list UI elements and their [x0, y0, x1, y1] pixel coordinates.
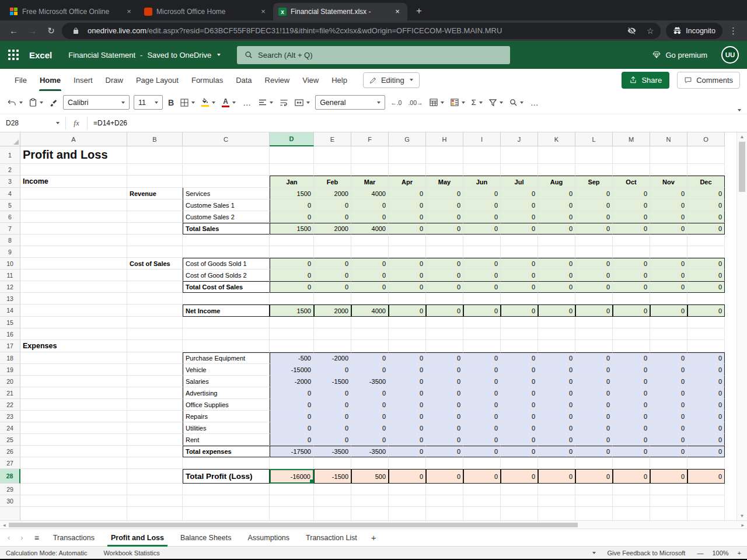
cell-J16[interactable]: [501, 328, 538, 340]
cell-F1[interactable]: [351, 146, 389, 164]
column-header-E[interactable]: E: [314, 132, 351, 146]
cell-B21[interactable]: [127, 387, 183, 399]
cell-A15[interactable]: [20, 317, 127, 328]
cell-N27[interactable]: [650, 457, 687, 469]
cell-B30[interactable]: [127, 495, 183, 507]
cell-F4[interactable]: 4000: [351, 188, 389, 200]
cell-E9[interactable]: [314, 246, 351, 258]
number-format-select[interactable]: General: [315, 95, 385, 110]
cell-J3[interactable]: Jul: [501, 176, 538, 188]
cell-M13[interactable]: [613, 293, 650, 304]
menu-view[interactable]: View: [296, 69, 325, 91]
cell-G22[interactable]: 0: [389, 399, 426, 411]
cell-I1[interactable]: [463, 146, 501, 164]
cell-E11[interactable]: 0: [314, 270, 351, 281]
cell-B31[interactable]: [127, 507, 183, 520]
search-input[interactable]: Search (Alt + Q): [237, 46, 510, 64]
cell-J14[interactable]: 0: [501, 304, 538, 317]
cell-L3[interactable]: Sep: [575, 176, 613, 188]
cell-B6[interactable]: [127, 211, 183, 223]
cell-H17[interactable]: [426, 340, 463, 352]
row-header-20[interactable]: 20: [0, 376, 20, 387]
cell-F26[interactable]: -3500: [351, 446, 389, 457]
cell-C10[interactable]: Cost of Goods Sold 1: [183, 258, 270, 270]
cell-N13[interactable]: [650, 293, 687, 304]
cell-A21[interactable]: [20, 387, 127, 399]
cell-O15[interactable]: [687, 317, 725, 328]
cell-I30[interactable]: [463, 495, 501, 507]
cell-F25[interactable]: 0: [351, 434, 389, 446]
cell-B19[interactable]: [127, 364, 183, 376]
row-header-9[interactable]: 9: [0, 246, 20, 258]
cell-G6[interactable]: 0: [389, 211, 426, 223]
cell-J25[interactable]: 0: [501, 434, 538, 446]
cell-G11[interactable]: 0: [389, 270, 426, 281]
cell-O8[interactable]: [687, 235, 725, 246]
row-header-8[interactable]: 8: [0, 235, 20, 246]
scroll-left-icon[interactable]: ◂: [3, 522, 6, 528]
cell-A31[interactable]: [20, 507, 127, 520]
cell-J7[interactable]: 0: [501, 223, 538, 235]
cell-K3[interactable]: Aug: [538, 176, 575, 188]
cell-F15[interactable]: [351, 317, 389, 328]
editing-mode-button[interactable]: Editing: [363, 72, 420, 88]
cell-H10[interactable]: 0: [426, 258, 463, 270]
cell-I23[interactable]: 0: [463, 411, 501, 422]
sheet-tab-profit-and-loss[interactable]: Profit and Loss: [103, 529, 172, 547]
cell-I5[interactable]: 0: [463, 200, 501, 211]
cell-O30[interactable]: [687, 495, 725, 507]
cell-M2[interactable]: [613, 164, 650, 176]
row-header-3[interactable]: 3: [0, 176, 20, 188]
cell-A7[interactable]: [20, 223, 127, 235]
cell-K15[interactable]: [538, 317, 575, 328]
cell-C1[interactable]: [183, 146, 270, 164]
cell-C21[interactable]: Advertising: [183, 387, 270, 399]
cell-I9[interactable]: [463, 246, 501, 258]
cell-D13[interactable]: [270, 293, 314, 304]
bold-button[interactable]: B: [165, 94, 177, 111]
cell-B29[interactable]: [127, 484, 183, 495]
decrease-decimal-button[interactable]: ←.0: [388, 94, 404, 111]
cell-E2[interactable]: [314, 164, 351, 176]
cell-H25[interactable]: 0: [426, 434, 463, 446]
cell-E29[interactable]: [314, 484, 351, 495]
font-color-select[interactable]: A: [219, 94, 239, 111]
row-header-18[interactable]: 18: [0, 352, 20, 364]
cell-J24[interactable]: 0: [501, 422, 538, 434]
cell-F2[interactable]: [351, 164, 389, 176]
sheet-tab-transaction-list[interactable]: Transaction List: [298, 529, 365, 547]
alignment-select[interactable]: [256, 94, 276, 111]
cell-J13[interactable]: [501, 293, 538, 304]
cell-M19[interactable]: 0: [613, 364, 650, 376]
cell-G15[interactable]: [389, 317, 426, 328]
app-launcher-icon[interactable]: [0, 41, 27, 69]
cell-N4[interactable]: 0: [650, 188, 687, 200]
cell-E13[interactable]: [314, 293, 351, 304]
cell-O21[interactable]: 0: [687, 387, 725, 399]
undo-button[interactable]: [5, 94, 26, 111]
horizontal-scroll-track[interactable]: [9, 522, 739, 528]
cell-L10[interactable]: 0: [575, 258, 613, 270]
cell-G7[interactable]: 0: [389, 223, 426, 235]
row-header-23[interactable]: 23: [0, 411, 20, 422]
cell-A2[interactable]: [20, 164, 127, 176]
cell-A13[interactable]: [20, 293, 127, 304]
cell-H8[interactable]: [426, 235, 463, 246]
cell-D23[interactable]: 0: [270, 411, 314, 422]
cell-M4[interactable]: 0: [613, 188, 650, 200]
cell-J23[interactable]: 0: [501, 411, 538, 422]
cell-L24[interactable]: 0: [575, 422, 613, 434]
cell-L30[interactable]: [575, 495, 613, 507]
saved-status[interactable]: Saved to OneDrive: [147, 51, 211, 60]
cell-M25[interactable]: 0: [613, 434, 650, 446]
row-header-4[interactable]: 4: [0, 188, 20, 200]
bookmark-star-icon[interactable]: ☆: [643, 26, 657, 36]
cell-N11[interactable]: 0: [650, 270, 687, 281]
cell-J22[interactable]: 0: [501, 399, 538, 411]
menu-formulas[interactable]: Formulas: [185, 69, 229, 91]
cell-C22[interactable]: Office Supplies: [183, 399, 270, 411]
cell-H24[interactable]: 0: [426, 422, 463, 434]
cell-A26[interactable]: [20, 446, 127, 457]
cell-I6[interactable]: 0: [463, 211, 501, 223]
menu-home[interactable]: Home: [33, 69, 67, 91]
